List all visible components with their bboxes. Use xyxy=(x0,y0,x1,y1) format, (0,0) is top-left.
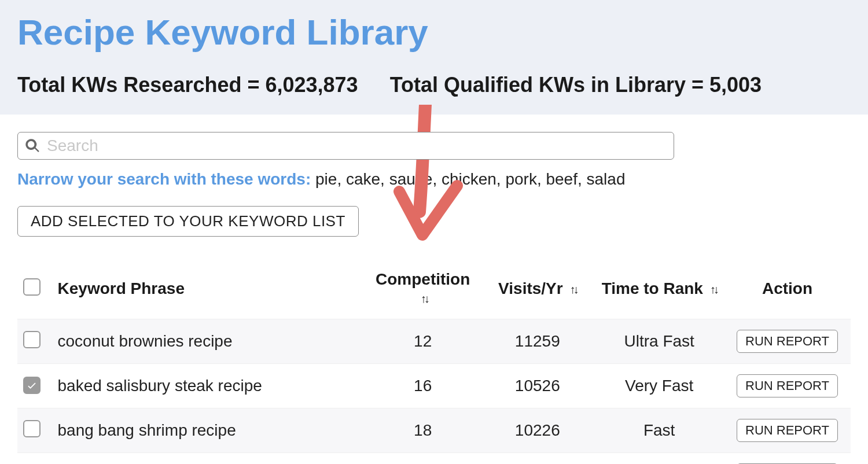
cell-competition: 18 xyxy=(365,408,480,453)
narrow-prompt: Narrow your search with these words: xyxy=(17,170,315,188)
header-band: Recipe Keyword Library Total KWs Researc… xyxy=(0,0,868,115)
col-header-action: Action xyxy=(724,262,851,319)
col-header-phrase[interactable]: Keyword Phrase xyxy=(52,262,365,319)
cell-phrase: baked salisbury steak recipe xyxy=(52,364,365,408)
cell-visits: 10226 xyxy=(480,408,594,453)
keyword-table: Keyword Phrase Competition ↑↓ Visits/Yr … xyxy=(17,262,851,464)
sort-icon: ↑↓ xyxy=(710,283,717,296)
sort-icon: ↑↓ xyxy=(421,292,428,305)
table-header-row: Keyword Phrase Competition ↑↓ Visits/Yr … xyxy=(17,262,851,319)
cell-competition: 16 xyxy=(365,364,480,408)
page-title: Recipe Keyword Library xyxy=(17,12,851,53)
select-all-checkbox[interactable] xyxy=(23,278,41,296)
search-wrap xyxy=(17,132,674,160)
search-input[interactable] xyxy=(17,132,674,160)
content-area: Narrow your search with these words: pie… xyxy=(0,115,868,464)
stat-qualified-value: 5,003 xyxy=(709,73,762,97)
cell-phrase: coconut brownies recipe xyxy=(52,319,365,364)
row-checkbox[interactable] xyxy=(23,377,41,394)
cell-rank: Very Fast xyxy=(594,364,724,408)
col-header-rank-label: Time to Rank xyxy=(602,279,703,297)
stat-qualified-label: Total Qualified KWs in Library = xyxy=(390,73,709,97)
stat-researched-value: 6,023,873 xyxy=(265,73,358,97)
sort-icon: ↑↓ xyxy=(569,283,576,296)
stat-qualified: Total Qualified KWs in Library = 5,003 xyxy=(390,73,762,97)
cell-visits: 11259 xyxy=(480,319,594,364)
stats-row: Total KWs Researched = 6,023,873 Total Q… xyxy=(17,73,851,97)
run-report-button[interactable]: RUN REPORT xyxy=(737,330,838,353)
cell-competition: 12 xyxy=(365,319,480,364)
cell-visits: 10526 xyxy=(480,364,594,408)
search-icon xyxy=(24,138,41,154)
row-checkbox[interactable] xyxy=(23,420,41,437)
run-report-button[interactable]: RUN REPORT xyxy=(737,374,838,397)
cell-rank: Ultra Fast xyxy=(594,319,724,364)
checkmark-icon xyxy=(26,380,38,391)
narrow-words[interactable]: pie, cake, sauce, chicken, pork, beef, s… xyxy=(315,170,625,188)
col-header-visits-label: Visits/Yr xyxy=(498,279,563,297)
col-header-competition-label: Competition xyxy=(376,270,470,288)
run-report-button[interactable]: RUN REPORT xyxy=(737,419,838,442)
row-checkbox[interactable] xyxy=(23,331,41,348)
cell-rank: Fast xyxy=(594,453,724,465)
cell-phrase: bitter melon soup recipe xyxy=(52,453,365,465)
col-header-competition[interactable]: Competition ↑↓ xyxy=(365,262,480,319)
table-row: coconut brownies recipe1211259Ultra Fast… xyxy=(17,319,851,364)
cell-visits: 2777 xyxy=(480,453,594,465)
col-header-visits[interactable]: Visits/Yr ↑↓ xyxy=(480,262,594,319)
table-row: baked salisbury steak recipe1610526Very … xyxy=(17,364,851,408)
cell-phrase: bang bang shrimp recipe xyxy=(52,408,365,453)
cell-competition: 4 xyxy=(365,453,480,465)
col-header-rank[interactable]: Time to Rank ↑↓ xyxy=(594,262,724,319)
stat-researched: Total KWs Researched = 6,023,873 xyxy=(17,73,358,97)
table-row: bitter melon soup recipe42777FastRUN REP… xyxy=(17,453,851,465)
add-selected-button[interactable]: ADD SELECTED TO YOUR KEYWORD LIST xyxy=(17,206,359,237)
cell-rank: Fast xyxy=(594,408,724,453)
table-row: bang bang shrimp recipe1810226FastRUN RE… xyxy=(17,408,851,453)
narrow-search-hint: Narrow your search with these words: pie… xyxy=(17,170,851,189)
stat-researched-label: Total KWs Researched = xyxy=(17,73,265,97)
